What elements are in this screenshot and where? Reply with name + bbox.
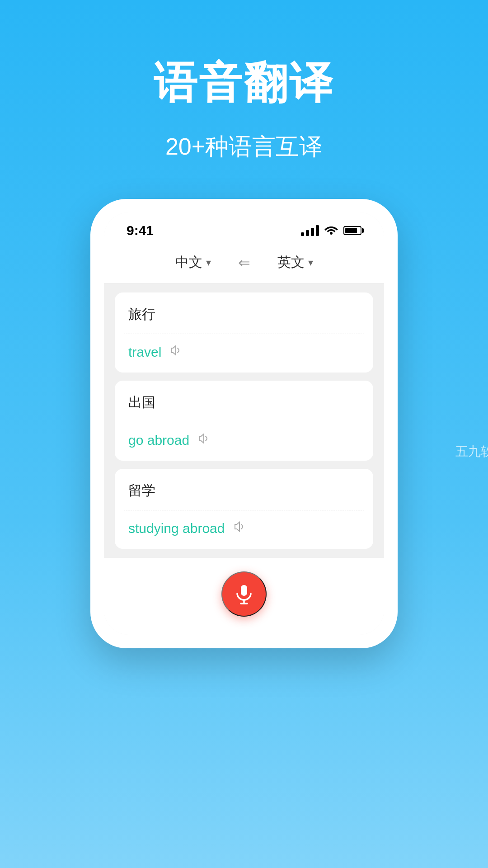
swap-languages-button[interactable]: ⇐ [238,254,250,271]
signal-icon [301,225,319,236]
translation-text-1: travel [128,344,161,360]
translation-card-2: 出国 go abroad [115,381,373,461]
translation-card-1: 旅行 travel [115,292,373,373]
translation-row-2: go abroad [115,422,373,461]
page-subtitle: 20+种语言互译 [0,131,488,163]
speaker-button-3[interactable] [233,520,246,536]
phone-frame: 9:41 [90,199,398,648]
source-language-selector[interactable]: 中文 ▾ [175,253,211,272]
microphone-button[interactable] [221,571,267,617]
translation-text-3: studying abroad [128,521,225,536]
status-icons [301,223,361,238]
translation-row-3: studying abroad [115,510,373,549]
translation-text-2: go abroad [128,433,189,448]
watermark: 五九软件 [455,443,488,460]
phone-screen: 9:41 [104,212,384,635]
source-lang-arrow: ▾ [206,257,211,269]
target-language-selector[interactable]: 英文 ▾ [277,253,313,272]
svg-rect-0 [241,585,247,596]
language-bar: 中文 ▾ ⇐ 英文 ▾ [104,244,384,283]
speaker-button-2[interactable] [197,432,210,448]
page-title: 语音翻译 [0,0,488,113]
phone-mockup: 9:41 [0,199,488,648]
translations-list: 旅行 travel 出国 [104,283,384,558]
source-text-1: 旅行 [115,292,373,334]
status-bar: 9:41 [104,212,384,244]
translation-row-1: travel [115,334,373,373]
source-text-2: 出国 [115,381,373,422]
battery-icon [343,226,361,235]
wifi-icon [324,223,338,238]
source-language-label: 中文 [175,253,202,272]
translation-card-3: 留学 studying abroad [115,469,373,549]
mic-area [104,558,384,635]
status-time: 9:41 [127,223,154,238]
target-language-label: 英文 [277,253,305,272]
target-lang-arrow: ▾ [308,257,313,269]
speaker-button-1[interactable] [169,344,182,360]
source-text-3: 留学 [115,469,373,510]
